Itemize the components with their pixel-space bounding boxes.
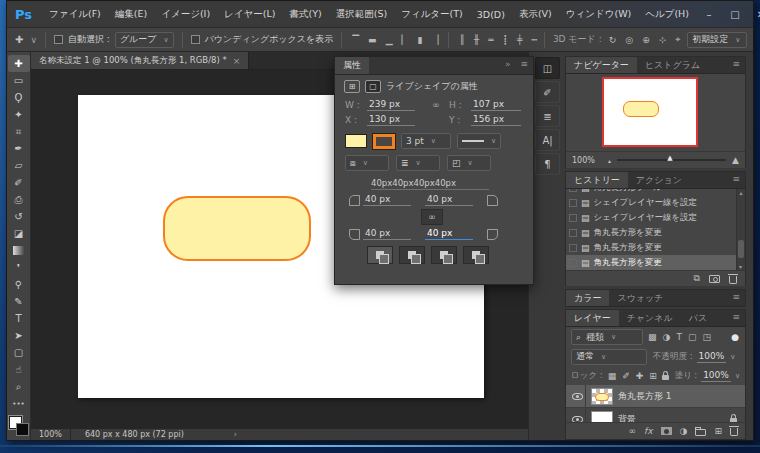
marquee-tool[interactable]: ▭ <box>8 72 30 89</box>
exclude-shape-button[interactable] <box>463 246 489 264</box>
layer-thumbnail[interactable] <box>591 388 613 405</box>
zoom-out-mountain-icon[interactable]: ▴ <box>608 157 611 164</box>
new-document-from-state-icon[interactable]: ⧉ <box>694 273 700 284</box>
history-source-checkbox[interactable] <box>569 244 577 252</box>
new-group-folder-icon[interactable] <box>695 429 706 436</box>
opacity-field[interactable]: 100% <box>697 351 727 363</box>
crop-tool[interactable]: ⌗ <box>8 123 30 140</box>
pen-tool[interactable]: ✎ <box>8 293 30 310</box>
height-field[interactable]: 107 px <box>471 99 521 111</box>
filter-type-layers-icon[interactable]: T <box>675 332 683 342</box>
type-tool[interactable]: T <box>8 310 30 327</box>
status-zoom-field[interactable]: 100% <box>31 429 71 440</box>
layer-name[interactable]: 角丸長方形 1 <box>618 390 672 403</box>
zoom-slider-thumb[interactable]: ▲ <box>667 154 672 162</box>
3d-scale-icon[interactable]: ⌖ <box>673 34 682 45</box>
edit-toolbar-button[interactable]: ••• <box>8 395 30 412</box>
filter-adjustment-layers-icon[interactable]: ◑ <box>662 332 672 342</box>
intersect-shape-button[interactable] <box>431 246 457 264</box>
lock-all-icon[interactable] <box>662 375 669 380</box>
auto-select-dropdown[interactable]: グループ <box>115 32 174 48</box>
minimize-button[interactable]: – <box>696 9 722 20</box>
rounded-rectangle-tool[interactable]: ▢ <box>8 344 30 361</box>
align-top-edges-icon[interactable]: ▔ <box>350 35 361 45</box>
width-field[interactable]: 239 px <box>367 99 415 111</box>
menu-select[interactable]: 選択範囲(S) <box>329 8 394 21</box>
link-wh-icon[interactable]: ∞ <box>423 100 449 110</box>
eraser-tool[interactable]: ◪ <box>8 225 30 242</box>
status-menu-arrow-icon[interactable]: › <box>234 430 237 439</box>
panel-menu-icon[interactable]: ≡ <box>727 290 745 306</box>
corner-radius-summary[interactable]: 40px40px40px40px <box>371 178 489 190</box>
panel-menu-icon[interactable]: ≡ <box>727 310 745 326</box>
menu-help[interactable]: ヘルプ(H) <box>638 8 696 21</box>
menu-window[interactable]: ウィンドウ(W) <box>559 8 638 21</box>
stroke-style-dropdown[interactable] <box>457 133 501 149</box>
radius-bottom-right-field[interactable]: 40 px <box>425 228 473 240</box>
chevron-down-icon[interactable]: ∨ <box>735 372 740 380</box>
new-shape-button[interactable] <box>367 246 393 264</box>
tab-close-icon[interactable]: × <box>233 56 241 66</box>
path-selection-tool[interactable]: ➤ <box>8 327 30 344</box>
close-button[interactable]: ✕ <box>748 9 760 20</box>
lock-position-icon[interactable]: ✚ <box>635 371 645 381</box>
subtract-shape-button[interactable] <box>399 246 425 264</box>
menu-filter[interactable]: フィルター(T) <box>394 8 470 21</box>
zoom-in-mountain-icon[interactable]: ▲ <box>732 155 739 165</box>
panel-menu-icon[interactable]: ≡ <box>727 57 745 73</box>
history-item[interactable]: ▤シェイプレイヤー線を設定 <box>566 210 745 225</box>
tab-channels[interactable]: チャンネル <box>619 310 681 326</box>
distribute-left-icon[interactable]: ┋ <box>501 35 510 45</box>
maximize-button[interactable]: □ <box>722 9 748 20</box>
history-source-checkbox[interactable] <box>569 199 577 207</box>
radius-top-left-field[interactable]: 40 px <box>363 194 411 206</box>
properties-panel-icon[interactable]: ◫ <box>535 57 560 79</box>
history-item[interactable]: ▤角丸長方形を変更 <box>566 240 745 255</box>
panel-menu-icon[interactable]: ≡ <box>727 172 745 188</box>
distribute-vertical-icon[interactable]: ║ <box>457 35 466 45</box>
tab-paths[interactable]: パス <box>681 310 715 326</box>
collapse-panel-icon[interactable]: » <box>500 57 516 74</box>
distribute-right-icon[interactable]: ┅ <box>529 35 538 45</box>
blend-mode-dropdown[interactable]: 通常 <box>571 349 647 365</box>
3d-rotate-icon[interactable]: ↻ <box>607 35 619 45</box>
navigator-proxy-view[interactable] <box>602 77 698 147</box>
menu-type[interactable]: 書式(Y) <box>283 8 329 21</box>
tab-histogram[interactable]: ヒストグラム <box>637 57 708 73</box>
lasso-tool[interactable]: Ϙ <box>8 89 30 106</box>
menu-layer[interactable]: レイヤー(L) <box>217 8 282 21</box>
link-layers-icon[interactable]: ∞ <box>629 426 637 436</box>
eyedropper-tool[interactable]: ✒ <box>8 140 30 157</box>
distribute-centers-icon[interactable]: ╪ <box>515 35 524 45</box>
stroke-width-dropdown[interactable]: 3 pt <box>401 133 451 149</box>
brush-panel-icon[interactable]: ✐ <box>535 81 560 103</box>
fill-color-swatch[interactable] <box>345 134 367 148</box>
dodge-tool[interactable]: ⚲ <box>8 276 30 293</box>
layer-style-fx-button[interactable]: fx <box>644 426 653 436</box>
tab-color[interactable]: カラー <box>566 290 609 306</box>
add-layer-mask-icon[interactable] <box>661 427 672 435</box>
history-source-checkbox[interactable] <box>569 189 577 192</box>
filter-smart-objects-icon[interactable]: ◳ <box>701 332 712 342</box>
character-panel-icon[interactable]: A| <box>535 129 560 151</box>
new-adjustment-layer-icon[interactable]: ◑ <box>680 426 688 436</box>
history-item[interactable]: ▤角丸長方形を変更 <box>566 225 745 240</box>
new-snapshot-camera-icon[interactable] <box>709 275 720 283</box>
healing-brush-tool[interactable]: ▱ <box>8 157 30 174</box>
history-scrollbar[interactable]: ▴ ▾ <box>736 189 745 270</box>
layer-row-shape[interactable]: 角丸長方形 1 <box>566 385 745 408</box>
shape-properties-icon[interactable]: ▢ <box>365 80 381 93</box>
quick-selection-tool[interactable]: ✦ <box>8 106 30 123</box>
3d-drag-icon[interactable]: ⊕ <box>640 35 652 45</box>
lock-artboard-icon[interactable]: ⊞ <box>648 371 658 381</box>
tab-navigator[interactable]: ナビゲーター <box>566 57 637 73</box>
history-item-selected[interactable]: ▤角丸長方形を変更 <box>566 255 745 270</box>
history-source-checkbox[interactable] <box>569 214 577 222</box>
x-field[interactable]: 130 px <box>367 114 415 126</box>
new-layer-icon[interactable]: ⊞ <box>714 426 722 436</box>
tab-layers[interactable]: レイヤー <box>566 310 619 326</box>
menu-image[interactable]: イメージ(I) <box>154 8 217 21</box>
distribute-vertical-centers-icon[interactable]: ╫ <box>472 35 481 45</box>
3d-preset-dropdown[interactable]: 初期設定 <box>687 32 747 48</box>
menu-edit[interactable]: 編集(E) <box>108 8 154 21</box>
